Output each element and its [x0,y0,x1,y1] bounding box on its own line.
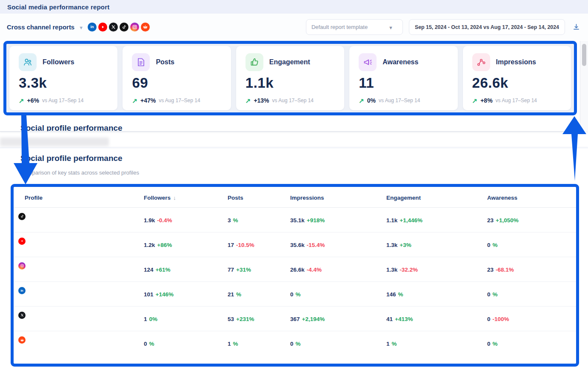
impressions-cell: 0% [290,290,386,298]
metric-change: % [296,291,301,298]
engagement-icon [245,53,263,71]
chevron-down-icon: ▼ [388,25,393,30]
posts-cell: 77+31% [228,266,290,273]
awareness-cell: 0% [487,340,576,347]
followers-cell: 1.2k+86% [144,241,228,249]
impressions-cell: 35.6k-15.4% [290,241,386,249]
metric-change: % [493,242,498,248]
chevron-down-icon[interactable]: ▼ [79,25,83,30]
kpi-compare-label: vs Aug 17–Sep 14 [42,98,83,103]
youtube-icon[interactable] [98,23,107,32]
kpi-label: Engagement [269,58,310,66]
kpi-compare-label: vs Aug 17–Sep 14 [159,98,200,103]
posts-cell: 21% [228,290,290,298]
impressions-cell: 0% [290,340,386,347]
kpi-value: 26.6k [472,75,562,91]
metric-change: -15.4% [307,242,325,248]
top-title-bar: Social media performance report [0,0,588,14]
engagement-cell: 1.1k+1,446% [386,216,487,224]
metric-change: -4.4% [307,267,322,273]
kpi-card-header: Impressions [472,53,562,71]
date-range-value: Sep 15, 2024 - Oct 13, 2024 vs Aug 17, 2… [415,24,559,30]
metric-change: +231% [236,316,254,322]
metric-value: 101 [144,291,154,298]
impressions-cell: 26.6k-4.4% [290,266,386,273]
metric-change: -68.1% [496,267,514,273]
kpi-card-header: Engagement [245,53,335,71]
column-header-2[interactable]: Posts [228,195,290,201]
youtube-badge-icon [17,237,26,246]
metric-change: +31% [236,267,251,273]
page-title: Social media performance report [7,3,109,11]
posts-cell: 1% [228,340,290,347]
awareness-cell: 0% [487,241,576,249]
kpi-card-0: Followers 3.3k ↗ +6% vs Aug 17–Sep 14 [9,46,117,110]
column-header-4[interactable]: Engagement [386,195,487,201]
kpi-change: +47% [140,97,156,104]
channel-icon-list: in [88,23,150,32]
awareness-icon [359,53,377,71]
table-header-row: Profile Followers ↓ Posts Impressions En… [14,188,576,208]
clipped-section-title: Social profile performance [20,123,123,132]
metric-value: 1.3k [386,267,397,273]
column-header-1[interactable]: Followers ↓ [144,195,228,201]
kpi-change: +8% [480,97,492,104]
metric-value: 23 [487,217,494,224]
metric-value: 0 [290,341,294,347]
kpi-card-1: Posts 69 ↗ +47% vs Aug 17–Sep 14 [123,46,231,110]
kpi-value: 11 [359,75,448,91]
engagement-cell: 41+413% [386,315,487,323]
tiktok-badge-icon [17,212,26,221]
kpi-label: Posts [156,58,174,66]
metric-value: 35.6k [290,242,305,248]
column-label: Awareness [487,195,517,201]
kpi-compare-label: vs Aug 17–Sep 14 [496,98,537,103]
scrollbar-track[interactable] [580,41,588,132]
metric-value: 0 [144,341,147,347]
posts-cell: 3% [228,216,290,224]
trend-up-arrow-icon: ↗ [245,98,251,104]
kpi-value: 3.3k [19,75,108,91]
date-range-picker[interactable]: Sep 15, 2024 - Oct 13, 2024 vs Aug 17, 2… [409,19,565,35]
metric-change: % [233,217,238,224]
followers-cell: 10% [144,315,228,323]
reddit-icon[interactable] [141,23,150,32]
kpi-label: Followers [43,58,74,66]
column-header-5[interactable]: Awareness [487,195,576,201]
column-header-3[interactable]: Impressions [290,195,386,201]
awareness-cell: 23-68.1% [487,266,576,273]
metric-change: +61% [156,267,171,273]
clipped-section: Social profile performance [0,115,588,132]
instagram-badge-icon [17,261,26,270]
x-icon[interactable] [109,23,118,32]
metric-change: +918% [307,217,325,224]
metric-value: 41 [386,316,393,322]
column-header-0[interactable]: Profile [25,195,144,201]
metric-value: 0 [487,242,491,248]
metric-value: 124 [144,267,154,273]
metric-value: 367 [290,316,300,322]
linkedin-icon[interactable]: in [88,23,97,32]
sort-desc-icon[interactable]: ↓ [173,195,176,201]
trend-up-arrow-icon: ↗ [359,98,364,104]
kpi-compare-label: vs Aug 17–Sep 14 [272,98,314,103]
kpi-card-header: Followers [19,53,108,71]
metric-change: +3% [400,242,411,248]
instagram-icon[interactable] [130,23,139,32]
metric-change: +1,050% [496,217,519,224]
section-subtitle: Comparison of key stats across selected … [20,169,139,176]
trend-up-arrow-icon: ↗ [19,98,24,104]
trend-up-arrow-icon: ↗ [472,98,478,104]
metric-change: +413% [395,316,413,322]
followers-cell: 101+146% [144,290,228,298]
download-button[interactable] [571,22,581,32]
table-row-3: in 101+146% 21% 0% 146% 0% [14,282,576,307]
metric-value: 26.6k [290,267,305,273]
metric-change: % [149,341,154,347]
report-template-select[interactable]: Default report template ▼ [306,19,403,35]
scrollbar-thumb[interactable] [582,44,586,66]
engagement-cell: 1% [386,340,487,347]
kpi-trend-row: ↗ 0% vs Aug 17–Sep 14 [359,97,448,104]
tiktok-icon[interactable] [120,23,128,32]
column-label: Posts [228,195,243,201]
